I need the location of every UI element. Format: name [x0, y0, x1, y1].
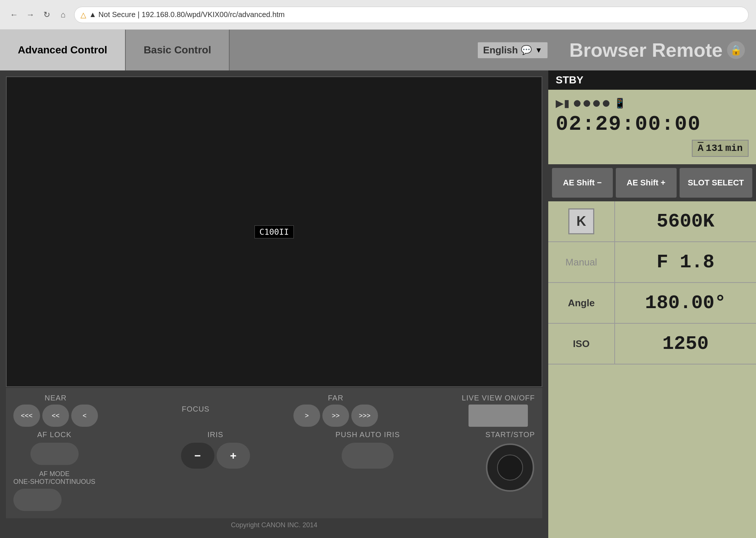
copyright-text: Copyright CANON INC. 2014 — [6, 518, 542, 532]
ae-shift-plus-button[interactable]: AE Shift + — [616, 168, 677, 198]
near-group: NEAR <<< << < — [13, 394, 98, 427]
status-bar: STBY — [548, 70, 756, 90]
focus-far-3-button[interactable]: >>> — [351, 405, 378, 427]
remaining-value: 131 — [706, 143, 723, 154]
wb-value-cell[interactable]: 5600K — [615, 201, 756, 241]
tab-advanced-control[interactable]: Advanced Control — [0, 30, 126, 70]
focus-near-1-button[interactable]: < — [71, 405, 98, 427]
main-content: C100II NEAR <<< << < FOCUS FAR — [0, 70, 756, 538]
url-text: ▲ Not Secure | 192.168.0.80/wpd/VKIX00/r… — [89, 10, 285, 19]
af-mode-label: AF MODE — [13, 470, 95, 478]
iris-buttons: − + — [181, 443, 250, 469]
tab-group: Advanced Control Basic Control — [0, 30, 230, 70]
af-lock-label: AF LOCK — [37, 430, 72, 439]
af-lock-group: AF LOCK AF MODE ONE-SHOT/CONTINUOUS — [13, 430, 95, 512]
record-icon: ▶▮ — [556, 97, 569, 109]
status-mode: STBY — [556, 74, 584, 86]
af-mode-button[interactable] — [13, 489, 62, 511]
controls-bar: NEAR <<< << < FOCUS FAR > >> >>> — [6, 387, 542, 518]
app-header: Advanced Control Basic Control English 💬… — [0, 30, 756, 70]
angle-label: Angle — [568, 297, 595, 309]
focus-row: NEAR <<< << < FOCUS FAR > >> >>> — [13, 394, 535, 427]
live-view-button[interactable] — [469, 405, 528, 427]
bottom-controls-row: AF LOCK AF MODE ONE-SHOT/CONTINUOUS IRIS… — [13, 430, 535, 512]
lcd-dot-4 — [603, 100, 609, 107]
live-view-group: LIVE VIEW ON/OFF — [462, 394, 535, 427]
focus-label: FOCUS — [182, 405, 210, 413]
push-auto-label: PUSH AUTO IRIS — [335, 430, 400, 439]
focus-center-group: FOCUS — [182, 405, 210, 416]
af-lock-button[interactable] — [30, 443, 79, 465]
wb-row: K 5600K — [548, 201, 756, 242]
back-button[interactable]: ← — [7, 8, 21, 22]
security-warning-icon: △ — [80, 10, 86, 19]
near-buttons: <<< << < — [13, 405, 98, 427]
wb-k-label: K — [568, 208, 594, 234]
lcd-dots — [574, 100, 609, 107]
tab-basic-control[interactable]: Basic Control — [126, 30, 230, 70]
iris-label-cell[interactable]: Manual — [548, 242, 615, 282]
iso-label-cell[interactable]: ISO — [548, 324, 615, 364]
right-panel: STBY ▶▮ 📱 02:29:00:00 A 131 min — [548, 70, 756, 538]
lcd-bottom-row: A 131 min — [556, 140, 749, 157]
lock-icon: 🔒 — [727, 41, 745, 59]
start-stop-group: START/STOP — [486, 430, 535, 492]
iris-value: F 1.8 — [657, 251, 714, 273]
iris-plus-button[interactable]: + — [217, 443, 250, 469]
angle-value-cell[interactable]: 180.00° — [615, 283, 756, 323]
ae-shift-minus-button[interactable]: AE Shift − — [552, 168, 613, 198]
iris-row: Manual F 1.8 — [548, 242, 756, 283]
viewfinder: C100II — [6, 76, 542, 387]
angle-label-cell[interactable]: Angle — [548, 283, 615, 323]
push-auto-iris-button[interactable] — [342, 443, 394, 469]
left-panel: C100II NEAR <<< << < FOCUS FAR — [0, 70, 548, 538]
home-button[interactable]: ⌂ — [56, 8, 70, 22]
nav-buttons: ← → ↻ ⌂ — [7, 8, 70, 22]
slot-select-button[interactable]: SLOT SELECT — [680, 168, 753, 198]
start-stop-label: START/STOP — [486, 430, 535, 439]
lcd-dot-1 — [574, 100, 581, 107]
lcd-dot-3 — [593, 100, 600, 107]
far-label: FAR — [328, 394, 344, 402]
camera-model-label: C100II — [254, 225, 293, 238]
start-stop-inner — [497, 455, 523, 481]
focus-far-2-button[interactable]: >> — [322, 405, 349, 427]
focus-far-1-button[interactable]: > — [293, 405, 320, 427]
phone-icon: 📱 — [614, 98, 626, 109]
forward-button[interactable]: → — [24, 8, 37, 22]
focus-near-2-button[interactable]: << — [42, 405, 69, 427]
language-label: English — [483, 44, 518, 56]
far-group: FAR > >> >>> — [293, 394, 378, 427]
lcd-top-row: ▶▮ 📱 — [556, 97, 749, 109]
lcd-dot-2 — [584, 100, 590, 107]
focus-near-3-button[interactable]: <<< — [13, 405, 40, 427]
chat-icon: 💬 — [521, 45, 532, 55]
lcd-remaining: A 131 min — [692, 140, 749, 157]
lcd-timecode: 02:29:00:00 — [556, 112, 749, 136]
iris-value-cell[interactable]: F 1.8 — [615, 242, 756, 282]
af-mode-group: AF MODE ONE-SHOT/CONTINUOUS — [13, 470, 95, 512]
wb-label-cell[interactable]: K — [548, 201, 615, 241]
settings-panel: K 5600K Manual F 1.8 Angle — [548, 201, 756, 538]
af-mode-sub-label: ONE-SHOT/CONTINUOUS — [13, 478, 95, 486]
live-view-label: LIVE VIEW ON/OFF — [462, 394, 535, 402]
iso-value: 1250 — [663, 333, 709, 355]
language-selector[interactable]: English 💬 ▼ — [477, 42, 548, 59]
reload-button[interactable]: ↻ — [40, 8, 53, 22]
far-buttons: > >> >>> — [293, 405, 378, 427]
remaining-unit: min — [725, 143, 743, 154]
lcd-display: ▶▮ 📱 02:29:00:00 A 131 min — [548, 90, 756, 164]
start-stop-button[interactable] — [486, 443, 534, 492]
iso-label: ISO — [573, 338, 590, 350]
angle-row: Angle 180.00° — [548, 283, 756, 324]
iris-mode-label: Manual — [565, 257, 597, 268]
remaining-card-icon: A — [698, 143, 704, 154]
address-bar[interactable]: △ ▲ Not Secure | 192.168.0.80/wpd/VKIX00… — [74, 7, 749, 23]
dropdown-arrow-icon: ▼ — [535, 46, 542, 55]
iso-value-cell[interactable]: 1250 — [615, 324, 756, 364]
iris-minus-button[interactable]: − — [181, 443, 214, 469]
angle-value: 180.00° — [645, 292, 726, 314]
iris-group: IRIS − + — [181, 430, 250, 469]
iris-label: IRIS — [207, 430, 223, 439]
near-label: NEAR — [45, 394, 67, 402]
